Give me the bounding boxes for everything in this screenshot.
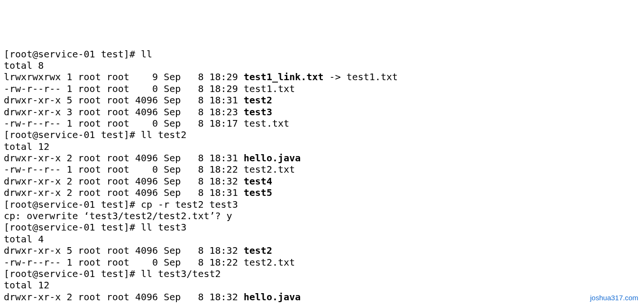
file-name: test2.txt xyxy=(244,303,295,305)
file-name: test1.txt xyxy=(244,83,295,94)
prompt-line-2[interactable]: [root@service-01 test]# ll test2 xyxy=(4,129,640,140)
terminal-output[interactable]: [root@service-01 test]# lltotal 8lrwxrwx… xyxy=(4,48,640,305)
ls-row: -rw-r--r-- 1 root root 0 Sep 8 18:17 tes… xyxy=(4,118,640,129)
ls-row: drwxr-xr-x 2 root root 4096 Sep 8 18:31 … xyxy=(4,187,640,198)
command-text: ll test3 xyxy=(141,222,186,233)
file-name: test2 xyxy=(244,245,272,256)
shell-prompt: [root@service-01 test]# xyxy=(4,222,141,233)
file-name: test2.txt xyxy=(244,164,295,175)
ls-row: drwxr-xr-x 2 root root 4096 Sep 8 18:32 … xyxy=(4,176,640,187)
command-text: ll test3/test2 xyxy=(141,268,221,279)
command-text: ll xyxy=(141,48,152,60)
ls-row: drwxr-xr-x 5 root root 4096 Sep 8 18:31 … xyxy=(4,94,640,106)
file-name: test.txt xyxy=(244,118,289,129)
file-name: test5 xyxy=(244,187,272,198)
shell-prompt: [root@service-01 test]# xyxy=(4,129,141,140)
ls-total: total 12 xyxy=(4,279,640,291)
shell-prompt: [root@service-01 test]# xyxy=(4,48,141,60)
file-name: hello.java xyxy=(244,291,301,303)
command-text: cp -r test2 test3 xyxy=(141,199,238,210)
ls-row: drwxr-xr-x 2 root root 4096 Sep 8 18:31 … xyxy=(4,152,640,164)
prompt-line-1[interactable]: [root@service-01 test]# ll xyxy=(4,48,640,60)
ls-row: -rw-r--r-- 1 root root 0 Sep 8 18:22 tes… xyxy=(4,257,640,268)
file-name: test4 xyxy=(244,176,272,187)
file-name: test2.txt xyxy=(244,257,295,268)
watermark-text: joshua317.com xyxy=(590,294,638,302)
file-name: test3 xyxy=(244,106,272,118)
ls-row: lrwxrwxrwx 1 root root 9 Sep 8 18:29 tes… xyxy=(4,71,640,83)
shell-prompt: [root@service-01 test]# xyxy=(4,199,141,210)
ls-row: drwxr-xr-x 5 root root 4096 Sep 8 18:32 … xyxy=(4,245,640,256)
ls-total: total 8 xyxy=(4,60,640,71)
prompt-line-3[interactable]: [root@service-01 test]# cp -r test2 test… xyxy=(4,199,640,210)
prompt-line-5[interactable]: [root@service-01 test]# ll test3/test2 xyxy=(4,268,640,279)
ls-total: total 4 xyxy=(4,233,640,245)
shell-prompt: [root@service-01 test]# xyxy=(4,268,141,279)
ls-total: total 12 xyxy=(4,141,640,152)
cp-overwrite-prompt[interactable]: cp: overwrite ‘test3/test2/test2.txt’? y xyxy=(4,210,640,222)
ls-row: -rw-r--r-- 1 root root 0 Sep 8 18:32 tes… xyxy=(4,303,640,305)
ls-row: drwxr-xr-x 2 root root 4096 Sep 8 18:32 … xyxy=(4,291,640,303)
command-text: ll test2 xyxy=(141,129,186,140)
ls-row: -rw-r--r-- 1 root root 0 Sep 8 18:22 tes… xyxy=(4,164,640,175)
file-name: hello.java xyxy=(244,152,301,164)
file-name: test2 xyxy=(244,94,272,106)
ls-row: drwxr-xr-x 3 root root 4096 Sep 8 18:23 … xyxy=(4,106,640,118)
prompt-line-4[interactable]: [root@service-01 test]# ll test3 xyxy=(4,222,640,233)
ls-row: -rw-r--r-- 1 root root 0 Sep 8 18:29 tes… xyxy=(4,83,640,94)
file-name: test1_link.txt xyxy=(244,71,324,83)
